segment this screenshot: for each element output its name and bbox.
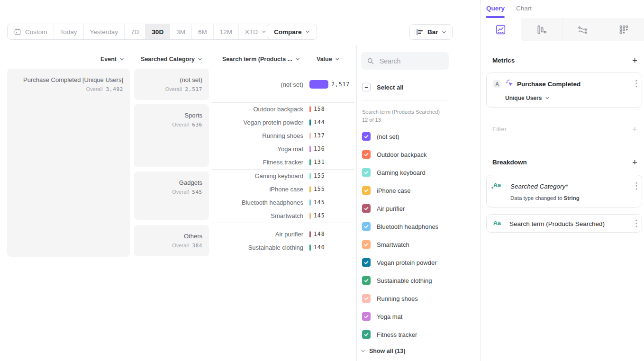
- tab-query[interactable]: Query: [486, 5, 505, 12]
- event-cell[interactable]: Purchase Completed [Unique Users] Overal…: [7, 69, 130, 257]
- series-toggle-fitness-tracker[interactable]: Fitness tracker: [362, 330, 417, 339]
- series-toggle-vegan-protein-powder[interactable]: Vegan protein powder: [362, 258, 436, 267]
- add-metric-button[interactable]: +: [632, 56, 637, 65]
- compare-button[interactable]: Compare: [267, 24, 317, 40]
- report-type-tab-retention[interactable]: [603, 18, 644, 41]
- category-cell-gadgets[interactable]: GadgetsOverall545: [134, 171, 209, 220]
- date-range-12m[interactable]: 12M: [213, 24, 238, 39]
- column-header-search-term[interactable]: Search term (Products ...: [216, 55, 300, 63]
- search-input[interactable]: [379, 57, 443, 65]
- chart-type-button[interactable]: Bar: [409, 24, 453, 40]
- column-header-searched-category[interactable]: Searched Category: [134, 55, 202, 63]
- date-range-custom[interactable]: Custom: [8, 24, 54, 39]
- overall-value: 3,492: [106, 86, 123, 92]
- bar-row[interactable]: Gaming keyboard155: [216, 169, 358, 182]
- chevron-down-icon: [305, 29, 310, 34]
- series-checkbox[interactable]: [362, 168, 371, 177]
- value-bar[interactable]: [309, 106, 311, 112]
- breakdown-card[interactable]: Aa* Searched Category* Data type changed…: [486, 175, 642, 208]
- bar-row[interactable]: Sustainable clothing140: [216, 241, 358, 254]
- row-separator: [212, 223, 354, 223]
- value-bar[interactable]: [309, 80, 328, 89]
- overall-label: Overall: [172, 122, 189, 127]
- date-range-30d[interactable]: 30D: [145, 24, 170, 39]
- series-checkbox[interactable]: [362, 222, 371, 231]
- series-label: Running shoes: [377, 295, 418, 302]
- column-header-value[interactable]: Value: [317, 55, 350, 63]
- value-bar[interactable]: [309, 159, 311, 165]
- series-checkbox[interactable]: [362, 330, 371, 339]
- report-type-tab-flows[interactable]: [562, 18, 603, 41]
- date-range-3m[interactable]: 3M: [170, 24, 191, 39]
- kebab-menu-icon[interactable]: [635, 182, 637, 190]
- value-bar[interactable]: [309, 133, 311, 139]
- series-checkbox[interactable]: [362, 276, 371, 285]
- category-cell-sports[interactable]: SportsOverall636: [134, 104, 209, 167]
- select-all-checkbox[interactable]: −: [362, 83, 371, 91]
- series-checkbox[interactable]: [362, 186, 371, 195]
- category-cell-others[interactable]: OthersOverall384: [134, 225, 209, 256]
- value-bar[interactable]: [309, 213, 311, 219]
- bar-row[interactable]: (not set)2,517: [216, 78, 358, 91]
- add-breakdown-button[interactable]: +: [632, 158, 637, 167]
- series-toggle-smartwatch[interactable]: Smartwatch: [362, 240, 409, 249]
- bar-row[interactable]: iPhone case155: [216, 182, 358, 196]
- report-type-tab-funnels[interactable]: [521, 18, 562, 41]
- overall-label: Overall: [172, 243, 189, 248]
- series-toggle-iphone-case[interactable]: iPhone case: [362, 186, 411, 195]
- category-cell--not-set-[interactable]: (not set)Overall2,517: [134, 69, 209, 100]
- series-toggle--not-set-[interactable]: (not set): [362, 132, 399, 141]
- overall-value: 636: [192, 122, 202, 128]
- value-bar[interactable]: [309, 119, 311, 126]
- series-checkbox[interactable]: [362, 132, 371, 141]
- value-bar[interactable]: [309, 146, 311, 152]
- series-checkbox[interactable]: [362, 312, 371, 321]
- kebab-menu-icon[interactable]: [635, 219, 637, 227]
- date-range-today[interactable]: Today: [54, 24, 83, 39]
- date-range-label: 30D: [152, 28, 163, 36]
- kebab-menu-icon[interactable]: [635, 80, 637, 88]
- series-toggle-outdoor-backpack[interactable]: Outdoor backpack: [362, 150, 427, 159]
- series-toggle-gaming-keyboard[interactable]: Gaming keyboard: [362, 168, 426, 177]
- value-bar[interactable]: [309, 231, 311, 237]
- series-label: Gaming keyboard: [377, 169, 426, 176]
- date-range-yesterday[interactable]: Yesterday: [83, 24, 125, 39]
- series-toggle-yoga-mat[interactable]: Yoga mat: [362, 312, 402, 321]
- bar-row[interactable]: Vegan protein powder144: [216, 116, 358, 129]
- series-checkbox[interactable]: [362, 294, 371, 303]
- date-range-6m[interactable]: 6M: [191, 24, 213, 39]
- value-bar[interactable]: [309, 199, 311, 206]
- measure-selector[interactable]: Unique Users: [505, 95, 550, 101]
- series-toggle-sustainable-clothing[interactable]: Sustainable clothing: [362, 276, 432, 285]
- bar-row[interactable]: Outdoor backpack158: [216, 102, 358, 116]
- series-checkbox[interactable]: [362, 150, 371, 159]
- bar-row[interactable]: Smartwatch145: [216, 209, 358, 222]
- date-range-7d[interactable]: 7D: [124, 24, 145, 39]
- bar-row[interactable]: Yoga mat136: [216, 142, 358, 155]
- series-checkbox[interactable]: [362, 240, 371, 249]
- series-checkbox[interactable]: [362, 204, 371, 213]
- value-bar[interactable]: [309, 244, 311, 251]
- tab-chart[interactable]: Chart: [516, 5, 532, 12]
- bar-row[interactable]: Running shoes137: [216, 129, 358, 142]
- value-bar[interactable]: [309, 173, 311, 179]
- column-header-event[interactable]: Event: [7, 55, 124, 63]
- select-all-row[interactable]: − Select all: [362, 83, 403, 91]
- series-checkbox[interactable]: [362, 258, 371, 267]
- series-toggle-bluetooth-headphones[interactable]: Bluetooth headphones: [362, 222, 438, 231]
- report-type-tab-insights[interactable]: [481, 18, 521, 41]
- report-type-tabs: [481, 18, 644, 41]
- show-all-button[interactable]: Show all (13): [361, 348, 405, 354]
- bar-row[interactable]: Bluetooth headphones145: [216, 196, 358, 209]
- bar-row[interactable]: Fitness tracker131: [216, 155, 358, 169]
- metric-card[interactable]: A Purchase Completed Unique Users: [486, 72, 642, 108]
- chart-type-label: Bar: [427, 28, 438, 36]
- search-box[interactable]: [361, 52, 449, 70]
- series-toggle-running-shoes[interactable]: Running shoes: [362, 294, 418, 303]
- bar-row[interactable]: Air purifier148: [216, 227, 358, 241]
- add-filter-button[interactable]: +: [632, 125, 637, 134]
- breakdown-card[interactable]: Aa Search term (Products Searched): [486, 214, 642, 233]
- series-toggle-air-purifier[interactable]: Air purifier: [362, 204, 405, 213]
- date-range-label: Custom: [25, 28, 47, 36]
- value-bar[interactable]: [309, 186, 311, 192]
